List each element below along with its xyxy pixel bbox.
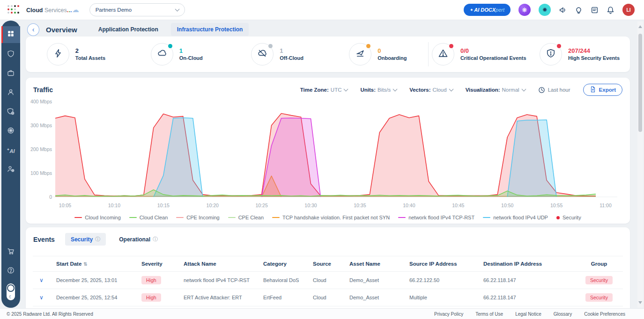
tab-infrastructure-protection[interactable]: Infrastructure Protection <box>171 23 249 36</box>
chart-control-units[interactable]: Units: Bits/s <box>360 87 397 93</box>
expand-row-chevron-icon[interactable]: ∨ <box>36 294 44 301</box>
column-header-asset-name[interactable]: Asset Name <box>347 256 407 272</box>
legend-line-swatch <box>228 217 236 218</box>
stat-on-cloud[interactable]: 1 On-Cloud <box>126 43 227 65</box>
x-axis-tick: 10:15 <box>157 203 170 208</box>
sidebar-item-user-settings[interactable] <box>1 162 20 177</box>
stat-high-security-events[interactable]: 207/244 High Security Events <box>529 43 630 65</box>
back-button[interactable]: ‹ <box>27 23 39 36</box>
notifications-bell-icon[interactable] <box>607 6 614 14</box>
briefcase-icon <box>7 69 15 79</box>
legend-item[interactable]: CPE Clean <box>228 215 264 220</box>
integrations-icon[interactable]: ✺ <box>539 4 551 16</box>
legend-item[interactable]: CPE Incoming <box>176 215 219 220</box>
stat-critical-operational-events[interactable]: 0/0 Critical Operational Events <box>429 43 529 65</box>
legend-item[interactable]: Security <box>556 215 581 220</box>
legend-label: Cloud Incoming <box>85 215 120 220</box>
sort-icon[interactable]: ⇅ <box>83 261 87 267</box>
legend-line-swatch <box>272 217 280 218</box>
column-header-category[interactable]: Category <box>260 256 310 272</box>
app-hub-icon[interactable]: ❋ <box>518 4 531 16</box>
stat-value: 2 <box>75 47 105 55</box>
stat-text: 2 Total Assets <box>75 47 105 61</box>
column-header-severity[interactable]: Severity <box>139 256 181 272</box>
ai-docxpert-suffix: pert <box>496 7 504 13</box>
cell-category: Behavioral DoS <box>260 272 310 289</box>
sidebar-item-help[interactable] <box>1 264 20 279</box>
column-header-group[interactable]: Group <box>575 256 623 272</box>
footer-link-privacy-policy[interactable]: Privacy Policy <box>434 312 463 317</box>
column-header-source[interactable]: Source <box>310 256 347 272</box>
footer-link-terms-of-use[interactable]: Terms of Use <box>475 312 503 317</box>
legend-label: Security <box>563 215 581 220</box>
theme-toggle[interactable]: ☾ <box>7 283 15 300</box>
logo-dot <box>7 5 9 7</box>
expand-row-chevron-icon[interactable]: ∨ <box>36 277 44 283</box>
chart-control-vectors[interactable]: Vectors: Cloud <box>409 87 452 93</box>
column-header-source-ip-address[interactable]: Source IP Address <box>407 256 481 272</box>
info-icon: ⓘ <box>95 236 100 243</box>
legend-label: CPE Clean <box>238 215 264 220</box>
user-avatar[interactable]: LI <box>622 4 635 16</box>
table-header-row: Start Date⇅SeverityAttack NameCategorySo… <box>33 256 623 272</box>
tab-application-protection[interactable]: Application Protection <box>92 23 164 36</box>
cell-attack-name: network flood IPv4 TCP-RST <box>181 272 260 289</box>
x-axis-tick: 10:45 <box>452 203 464 208</box>
column-header-destination-ip-address[interactable]: Destination IP Address <box>481 256 575 272</box>
footer-link-legal-notice[interactable]: Legal Notice <box>515 312 541 317</box>
severity-badge: High <box>141 293 161 302</box>
export-button[interactable]: Export <box>583 84 622 96</box>
column-header-attack-name[interactable]: Attack Name <box>181 256 260 272</box>
status-dot <box>168 44 172 48</box>
chevron-down-icon <box>175 7 179 12</box>
traffic-chart[interactable]: 400 Mbps300 Mbps200 Mbps100 Mbps010:0510… <box>26 97 630 215</box>
legend-item[interactable]: Cloud Clean <box>129 215 168 220</box>
cell-source: Cloud <box>310 289 347 306</box>
stats-summary-card: 2 Total Assets 1 On-Cloud 1 Off-Cloud 0 … <box>26 36 630 72</box>
events-table: Start Date⇅SeverityAttack NameCategorySo… <box>33 256 623 306</box>
legend-item[interactable]: network flood IPv4 UDP <box>483 215 548 220</box>
stat-total-assets[interactable]: 2 Total Assets <box>26 43 126 65</box>
scrollbar-thumb[interactable] <box>638 34 642 132</box>
sidebar-item-shield-settings[interactable] <box>1 105 20 120</box>
account-selector[interactable]: Partners Demo <box>89 3 185 16</box>
sidebar-item-shield[interactable] <box>1 47 20 62</box>
scroll-down-arrow[interactable] <box>638 301 642 304</box>
release-notes-icon[interactable] <box>591 6 599 14</box>
sidebar-item-users[interactable] <box>1 86 20 101</box>
tab-operational-events[interactable]: Operational ⓘ <box>113 233 163 246</box>
stat-off-cloud[interactable]: 1 Off-Cloud <box>227 43 328 65</box>
footer-link-glossary[interactable]: Glossary <box>554 312 572 317</box>
chevron-down-icon <box>344 87 348 92</box>
chart-controls: Time Zone: UTC Units: Bits/s Vectors: Cl… <box>300 84 622 96</box>
x-axis-tick: 11:00 <box>600 203 612 208</box>
status-dot <box>449 44 453 48</box>
column-header-start-date[interactable]: Start Date⇅ <box>53 256 139 272</box>
table-row[interactable]: ∨ December 25, 2025, 13:01 High network … <box>33 272 623 289</box>
logo-dot <box>11 5 13 7</box>
legend-item[interactable]: TCP handshake violation. First packet no… <box>272 215 390 220</box>
cell-source-ip: 66.22.122.50 <box>407 272 481 289</box>
legend-item[interactable]: network flood IPv4 TCP-RST <box>398 215 474 220</box>
vertical-scrollbar[interactable] <box>637 22 643 308</box>
footer-link-cookie-preferences[interactable]: Cookie Preferences <box>584 312 625 317</box>
time-range-button[interactable]: Last hour <box>538 87 570 94</box>
logo-dot <box>17 12 19 14</box>
sidebar-item-ai-brain[interactable] <box>1 124 20 139</box>
sidebar-item-ai-text[interactable]: ✦AI <box>1 143 20 158</box>
chart-control-visualization[interactable]: Visualization: Normal <box>466 87 526 93</box>
chart-control-time-zone[interactable]: Time Zone: UTC <box>300 87 348 93</box>
announcements-icon[interactable] <box>559 6 567 14</box>
scroll-up-arrow[interactable] <box>638 25 642 28</box>
plane-icon <box>355 49 365 60</box>
sidebar-item-briefcase[interactable] <box>1 66 20 81</box>
sidebar-item-dashboard[interactable] <box>1 26 20 43</box>
tab-security-events[interactable]: Security ⓘ <box>65 233 106 246</box>
sidebar-item-marketplace-cart[interactable] <box>1 245 20 260</box>
legend-item[interactable]: Cloud Incoming <box>74 215 120 220</box>
table-row[interactable]: ∨ December 25, 2025, 12:54 High ERT Acti… <box>33 289 623 306</box>
ai-docxpert-button[interactable]: ✦ AI DOCXpert <box>464 4 511 16</box>
stat-onboarding[interactable]: 0 Onboarding <box>327 43 428 65</box>
ideas-icon[interactable] <box>575 6 583 14</box>
legend-line-swatch <box>398 217 406 218</box>
